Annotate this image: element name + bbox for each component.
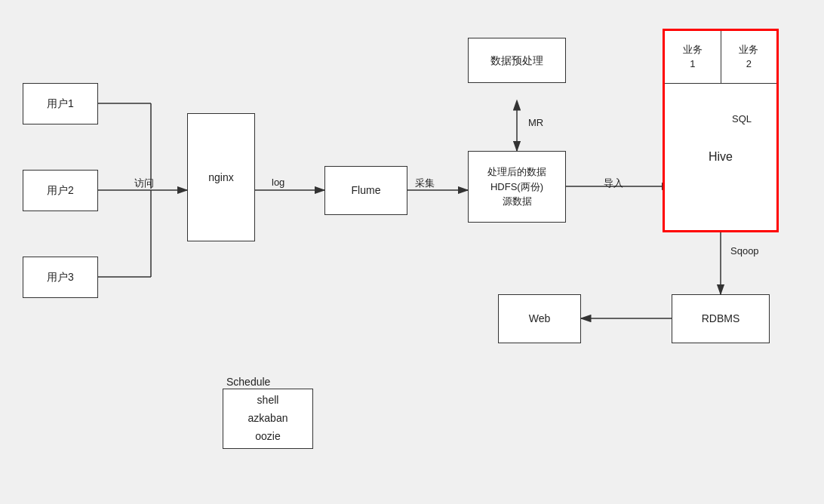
user1-box: 用户1 <box>23 83 98 124</box>
preprocess-box: 数据预处理 <box>468 38 566 83</box>
hdfs-box: 处理后的数据HDFS(两份)源数据 <box>468 151 566 223</box>
user3-box: 用户3 <box>23 257 98 298</box>
sql-label: SQL <box>732 113 752 124</box>
user2-box: 用户2 <box>23 170 98 211</box>
collect-label: 采集 <box>415 177 435 190</box>
web-label: Web <box>529 311 551 327</box>
diagram: 用户1 用户2 用户3 nginx Flume 处理后的数据HDFS(两份)源数… <box>0 0 824 504</box>
schedule-content-label: shellazkabanoozie <box>248 392 288 445</box>
user1-label: 用户1 <box>47 96 74 112</box>
visit-label: 访问 <box>134 177 154 190</box>
nginx-box: nginx <box>187 113 255 241</box>
sqoop-label: Sqoop <box>730 245 759 257</box>
preprocess-label: 数据预处理 <box>490 53 543 69</box>
flume-label: Flume <box>352 183 381 198</box>
business-hive-group: 业务1 业务2 Hive <box>663 29 779 232</box>
user2-label: 用户2 <box>47 183 74 198</box>
schedule-title-label: Schedule <box>226 376 270 388</box>
flume-box: Flume <box>324 166 407 215</box>
business2-label: 业务2 <box>721 31 777 83</box>
rdbms-label: RDBMS <box>702 311 740 327</box>
hdfs-label: 处理后的数据HDFS(两份)源数据 <box>487 164 546 209</box>
rdbms-box: RDBMS <box>672 294 770 343</box>
business1-label: 业务1 <box>665 31 721 83</box>
web-box: Web <box>498 294 581 343</box>
log-label: log <box>272 177 284 188</box>
import-label: 导入 <box>604 177 623 190</box>
mr-label: MR <box>528 117 543 128</box>
schedule-box: shellazkabanoozie <box>223 389 313 449</box>
hive-label: Hive <box>665 84 776 230</box>
user3-label: 用户3 <box>47 269 74 285</box>
nginx-label: nginx <box>208 170 233 186</box>
